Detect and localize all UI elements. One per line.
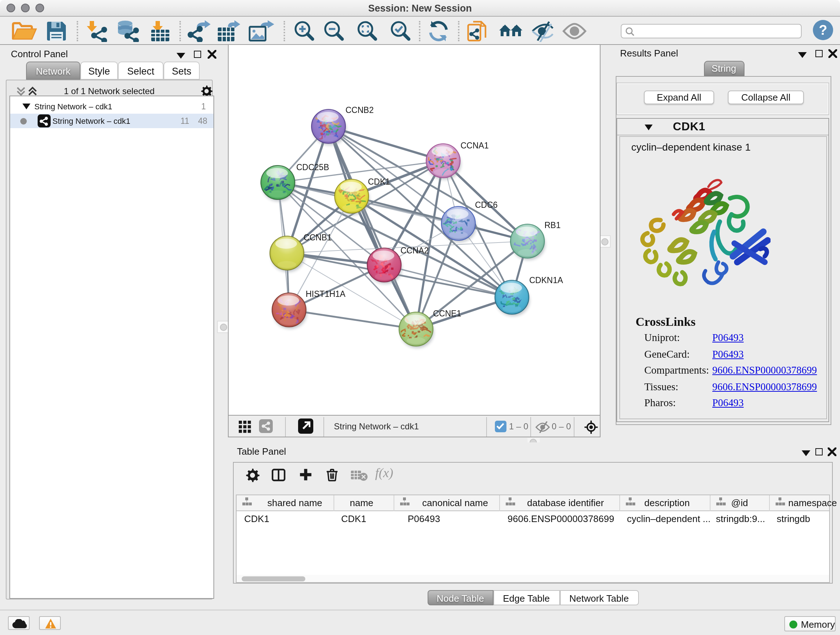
svg-text:CCNB1: CCNB1 <box>303 233 332 242</box>
svg-text:CDKN1A: CDKN1A <box>529 276 563 285</box>
svg-text:RB1: RB1 <box>544 220 561 230</box>
svg-text:CDK1: CDK1 <box>368 177 390 187</box>
svg-text:CDC6: CDC6 <box>475 200 497 210</box>
svg-text:CCNA2: CCNA2 <box>400 246 428 255</box>
svg-text:?: ? <box>819 22 827 37</box>
svg-text:CCNA1: CCNA1 <box>460 141 488 150</box>
svg-text:CCNB2: CCNB2 <box>345 105 373 115</box>
svg-text:CDC25B: CDC25B <box>296 163 329 172</box>
svg-text:HIST1H1A: HIST1H1A <box>305 289 346 299</box>
svg-text:CCNE1: CCNE1 <box>433 309 461 318</box>
